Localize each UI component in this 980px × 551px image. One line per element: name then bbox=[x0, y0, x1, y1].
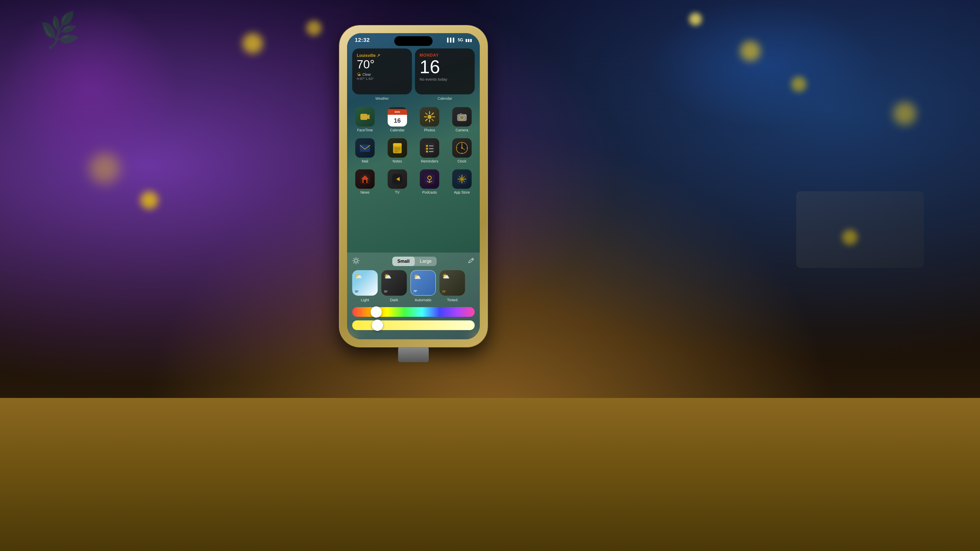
style-option-light[interactable]: ⛅ 70° Light bbox=[352, 270, 378, 302]
podcasts-label: Podcasts bbox=[422, 190, 437, 194]
dynamic-island bbox=[394, 36, 433, 46]
brightness-slider[interactable] bbox=[352, 321, 475, 330]
app-clock[interactable]: Clock bbox=[449, 138, 475, 163]
bokeh-light-5 bbox=[740, 41, 760, 61]
clock-label: Clock bbox=[457, 159, 466, 163]
reminders-label: Reminders bbox=[421, 159, 438, 163]
style-option-tinted[interactable]: ⛅ 70° Tinted bbox=[439, 270, 465, 302]
signal-bars-icon: ▌▌▌ bbox=[447, 38, 456, 42]
brightness-slider-thumb[interactable] bbox=[372, 320, 383, 331]
color-slider-thumb[interactable] bbox=[371, 306, 382, 318]
svg-point-23 bbox=[426, 145, 428, 147]
blue-glow bbox=[648, 0, 878, 127]
desk-surface bbox=[0, 398, 980, 551]
pencil-icon[interactable] bbox=[468, 257, 475, 266]
app-notes[interactable]: Notes bbox=[385, 138, 410, 163]
widget-styles: ⛅ 70° Light ⛅ 70° bbox=[352, 270, 475, 302]
bokeh-light-7 bbox=[89, 153, 120, 184]
app-facetime[interactable]: FaceTime bbox=[352, 107, 378, 132]
svg-point-27 bbox=[426, 151, 428, 152]
app-calendar[interactable]: MON 16 Calendar bbox=[385, 107, 410, 132]
podcasts-icon bbox=[420, 169, 439, 189]
iphone-device: 12:32 ▌▌▌ 5G ▮▮▮ Louisville ↗ 70° bbox=[337, 21, 490, 352]
svg-line-53 bbox=[354, 258, 355, 259]
style-preview-automatic: ⛅ 70° bbox=[410, 270, 436, 295]
photos-icon bbox=[420, 107, 439, 127]
app-photos[interactable]: Photos bbox=[417, 107, 442, 132]
svg-point-15 bbox=[465, 115, 466, 116]
app-appstore[interactable]: App Store bbox=[449, 169, 475, 194]
signal-type: 5G bbox=[458, 38, 463, 42]
app-camera[interactable]: Camera bbox=[449, 107, 475, 132]
battery-icon: ▮▮▮ bbox=[465, 38, 472, 43]
svg-line-10 bbox=[426, 119, 427, 121]
app-tv[interactable]: TV bbox=[385, 169, 410, 194]
calendar-widget-label: Calendar bbox=[438, 97, 452, 100]
widgets-area: Louisville ↗ 70° 🌤 Clear H:87° L:63° Wea… bbox=[352, 48, 475, 105]
svg-line-7 bbox=[426, 113, 427, 114]
style-label-automatic: Automatic bbox=[415, 298, 432, 302]
app-reminders[interactable]: Reminders bbox=[417, 138, 442, 163]
app-row-2: Mail Notes bbox=[352, 138, 475, 163]
bokeh-light-6 bbox=[791, 76, 807, 92]
widget-style-panel: Small Large bbox=[347, 252, 480, 339]
notes-label: Notes bbox=[393, 159, 402, 163]
calendar-app-icon: MON 16 bbox=[388, 107, 407, 127]
svg-line-56 bbox=[354, 262, 355, 263]
appstore-label: App Store bbox=[454, 190, 470, 194]
iphone-body: 12:32 ▌▌▌ 5G ▮▮▮ Louisville ↗ 70° bbox=[339, 25, 487, 347]
brightness-icon[interactable] bbox=[352, 257, 361, 266]
style-option-automatic[interactable]: ⛅ 70° Automatic bbox=[410, 270, 436, 302]
style-label-light: Light bbox=[361, 298, 369, 302]
app-podcasts[interactable]: Podcasts bbox=[417, 169, 442, 194]
desk-item-right bbox=[796, 191, 924, 268]
app-grid: FaceTime MON 16 Calendar bbox=[352, 107, 475, 200]
svg-rect-18 bbox=[393, 143, 402, 146]
style-preview-light: ⛅ 70° bbox=[352, 270, 378, 295]
tv-icon bbox=[388, 169, 407, 189]
photos-label: Photos bbox=[424, 128, 435, 132]
style-option-dark[interactable]: ⛅ 70° Dark bbox=[381, 270, 407, 302]
purple-glow bbox=[0, 0, 179, 179]
app-news[interactable]: News bbox=[352, 169, 378, 194]
color-slider[interactable] bbox=[352, 307, 475, 317]
mail-label: Mail bbox=[362, 159, 368, 163]
svg-rect-38 bbox=[364, 180, 366, 183]
svg-point-48 bbox=[355, 259, 358, 262]
tv-label: TV bbox=[395, 190, 400, 194]
bokeh-light-1 bbox=[242, 33, 263, 54]
iphone-screen: 12:32 ▌▌▌ 5G ▮▮▮ Louisville ↗ 70° bbox=[347, 33, 480, 339]
panel-toolbar: Small Large bbox=[352, 257, 475, 266]
cal-body-date: 16 bbox=[388, 115, 407, 127]
iphone-stand bbox=[398, 347, 429, 362]
app-row-1: FaceTime MON 16 Calendar bbox=[352, 107, 475, 132]
bokeh-light-2 bbox=[306, 21, 321, 36]
bokeh-light-8 bbox=[140, 191, 158, 209]
svg-point-25 bbox=[426, 148, 428, 150]
weather-widget[interactable]: Louisville ↗ 70° 🌤 Clear H:87° L:63° Wea… bbox=[352, 48, 412, 94]
calendar-app-label: Calendar bbox=[390, 128, 404, 132]
camera-icon bbox=[452, 107, 472, 127]
size-large-button[interactable]: Large bbox=[415, 257, 437, 266]
weather-hi-lo: H:87° L:63° bbox=[357, 77, 407, 81]
facetime-icon bbox=[355, 107, 375, 127]
size-small-button[interactable]: Small bbox=[392, 257, 415, 266]
news-label: News bbox=[360, 190, 369, 194]
calendar-widget[interactable]: MONDAY 16 No events today Calendar bbox=[415, 48, 475, 94]
slider-yellow-track bbox=[352, 321, 475, 330]
mail-icon bbox=[355, 138, 375, 158]
style-label-dark: Dark bbox=[390, 298, 398, 302]
size-toggle: Small Large bbox=[392, 257, 437, 266]
svg-line-8 bbox=[432, 119, 433, 121]
app-mail[interactable]: Mail bbox=[352, 138, 378, 163]
svg-point-13 bbox=[461, 116, 463, 119]
weather-temp: 70° bbox=[357, 59, 407, 70]
bokeh-light-9 bbox=[893, 102, 916, 125]
svg-line-9 bbox=[432, 113, 433, 114]
style-preview-dark: ⛅ 70° bbox=[381, 270, 407, 295]
notes-icon bbox=[388, 138, 407, 158]
facetime-label: FaceTime bbox=[357, 128, 373, 132]
svg-marker-1 bbox=[368, 114, 369, 119]
status-icons: ▌▌▌ 5G ▮▮▮ bbox=[447, 38, 472, 43]
svg-line-55 bbox=[358, 258, 359, 259]
